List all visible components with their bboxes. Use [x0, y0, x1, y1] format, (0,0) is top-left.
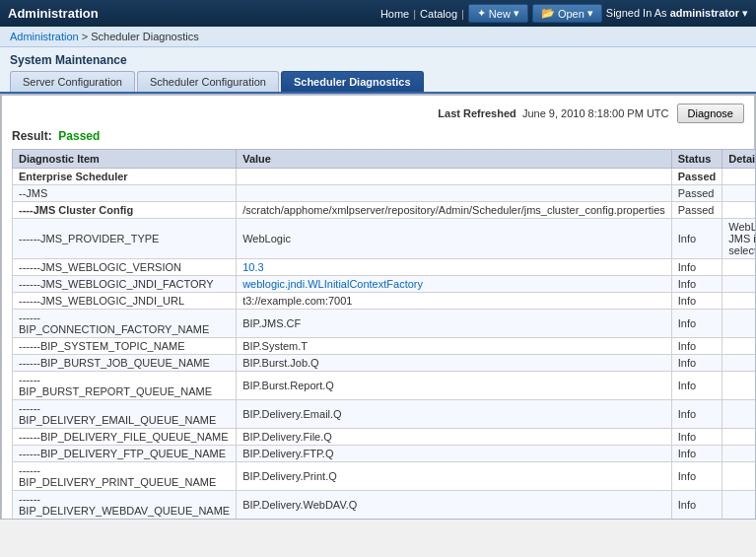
table-row-details	[722, 202, 755, 219]
section-title: System Maintenance	[0, 47, 756, 67]
table-row-status: Info	[671, 276, 722, 293]
table-row-details	[722, 372, 755, 400]
new-chevron-icon: ▾	[514, 7, 519, 20]
home-link[interactable]: Home	[380, 8, 409, 20]
col-header-status: Status	[671, 150, 722, 169]
open-chevron-icon: ▾	[587, 7, 593, 20]
table-row-value: 10.3	[237, 259, 672, 276]
table-row-value: BIP.System.T	[237, 338, 672, 355]
table-row: ------BIP_BURST_JOB_QUEUE_NAME	[13, 355, 237, 372]
table-row-status: Info	[671, 372, 722, 400]
table-row-value: BIP.Delivery.FTP.Q	[237, 446, 672, 462]
table-row-value: /scratch/apphome/xmlpserver/repository/A…	[237, 202, 672, 219]
table-row-status: Info	[671, 462, 722, 491]
breadcrumb-current: Scheduler Diagnostics	[91, 31, 198, 42]
breadcrumb-admin-link[interactable]: Administration	[10, 31, 79, 42]
table-row-status: Info	[671, 219, 722, 259]
table-row: ------JMS_PROVIDER_TYPE	[13, 219, 237, 259]
main-content: Last Refreshed June 9, 2010 8:18:00 PM U…	[1, 95, 755, 519]
table-row-status: Passed	[671, 185, 722, 202]
new-icon: ✦	[477, 7, 486, 20]
table-row-details	[722, 462, 755, 491]
open-button[interactable]: 📂 Open ▾	[532, 4, 602, 23]
app-title: Administration	[8, 6, 99, 21]
breadcrumb: Administration > Scheduler Diagnostics	[0, 27, 756, 47]
catalog-link[interactable]: Catalog	[420, 8, 457, 20]
table-row-value	[237, 169, 672, 185]
table-row: ----JMS Cluster Config	[13, 202, 237, 219]
table-row-details	[722, 185, 755, 202]
table-row-status: Passed	[671, 202, 722, 219]
refresh-bar: Last Refreshed June 9, 2010 8:18:00 PM U…	[12, 104, 744, 123]
top-navigation: Administration Home | Catalog | ✦ New ▾ …	[0, 0, 756, 27]
table-row: ------JMS_WEBLOGIC_JNDI_FACTORY	[13, 276, 237, 293]
table-row: ------BIP_DELIVERY_WEBDAV_QUEUE_NAME	[13, 491, 237, 520]
tab-scheduler-diagnostics[interactable]: Scheduler Diagnostics	[281, 71, 424, 92]
result-value: Passed	[58, 129, 100, 143]
table-row-details	[722, 276, 755, 293]
table-row-details	[722, 259, 755, 276]
table-row: ------BIP_DELIVERY_EMAIL_QUEUE_NAME	[13, 400, 237, 429]
table-row: ------BIP_SYSTEM_TOPIC_NAME	[13, 338, 237, 355]
table-row-value: BIP.Delivery.WebDAV.Q	[237, 491, 672, 520]
table-row: ------BIP_DELIVERY_FTP_QUEUE_NAME	[13, 446, 237, 462]
table-row: ------BIP_BURST_REPORT_QUEUE_NAME	[13, 372, 237, 400]
table-row-status: Info	[671, 338, 722, 355]
table-row-details	[722, 355, 755, 372]
col-header-details: Details	[722, 150, 755, 169]
table-row-details	[722, 169, 755, 185]
table-row: Enterprise Scheduler	[13, 169, 237, 185]
table-row-value: BIP.JMS.CF	[237, 310, 672, 338]
table-row-details	[722, 491, 755, 520]
tab-server-config[interactable]: Server Configuration	[10, 71, 135, 92]
table-row: ------BIP_CONNECTION_FACTORY_NAME	[13, 310, 237, 338]
diagnose-button[interactable]: Diagnose	[677, 104, 744, 123]
user-chevron-icon: ▾	[742, 7, 748, 19]
table-row: ------JMS_WEBLOGIC_JNDI_URL	[13, 293, 237, 310]
table-row-value: BIP.Delivery.Email.Q	[237, 400, 672, 429]
result-line: Result: Passed	[12, 129, 744, 143]
diagnostic-table: Diagnostic Item Value Status Details Ent…	[12, 149, 755, 519]
table-row-details: WebLogic JMS is selected.	[722, 219, 755, 259]
table-row-value: BIP.Burst.Job.Q	[237, 355, 672, 372]
table-row-value: BIP.Delivery.File.Q	[237, 429, 672, 446]
table-row-value: BIP.Burst.Report.Q	[237, 372, 672, 400]
table-row-details	[722, 338, 755, 355]
table-row-status: Info	[671, 310, 722, 338]
table-row-value: t3://example.com:7001	[237, 293, 672, 310]
table-row-details	[722, 293, 755, 310]
table-row-value: weblogic.jndi.WLInitialContextFactory	[237, 276, 672, 293]
folder-icon: 📂	[541, 7, 555, 20]
table-row-status: Info	[671, 429, 722, 446]
table-row-status: Info	[671, 293, 722, 310]
table-row-status: Passed	[671, 169, 722, 185]
col-header-value: Value	[237, 150, 672, 169]
table-row-status: Info	[671, 355, 722, 372]
table-row-status: Info	[671, 491, 722, 520]
table-row: ------BIP_DELIVERY_PRINT_QUEUE_NAME	[13, 462, 237, 491]
table-row-status: Info	[671, 259, 722, 276]
table-row-status: Info	[671, 446, 722, 462]
table-row: --JMS	[13, 185, 237, 202]
table-row-value: WebLogic	[237, 219, 672, 259]
scroll-area[interactable]: Last Refreshed June 9, 2010 8:18:00 PM U…	[1, 95, 755, 519]
table-row-details	[722, 400, 755, 429]
main-content-wrapper: Last Refreshed June 9, 2010 8:18:00 PM U…	[0, 94, 756, 520]
signed-in-label: Signed In As administrator ▾	[606, 7, 748, 20]
table-row-value	[237, 185, 672, 202]
nav-links: Home | Catalog | ✦ New ▾ 📂 Open ▾ Signed…	[380, 4, 748, 23]
tab-scheduler-config[interactable]: Scheduler Configuration	[137, 71, 279, 92]
last-refreshed-label: Last Refreshed June 9, 2010 8:18:00 PM U…	[438, 107, 668, 119]
table-row: ------JMS_WEBLOGIC_VERSION	[13, 259, 237, 276]
tab-bar: Server Configuration Scheduler Configura…	[0, 67, 756, 94]
table-row-details	[722, 446, 755, 462]
table-row-details	[722, 310, 755, 338]
new-button[interactable]: ✦ New ▾	[468, 4, 528, 23]
col-header-item: Diagnostic Item	[13, 150, 237, 169]
table-row-details	[722, 429, 755, 446]
table-row-value: BIP.Delivery.Print.Q	[237, 462, 672, 491]
table-row: ------BIP_DELIVERY_FILE_QUEUE_NAME	[13, 429, 237, 446]
table-row-status: Info	[671, 400, 722, 429]
